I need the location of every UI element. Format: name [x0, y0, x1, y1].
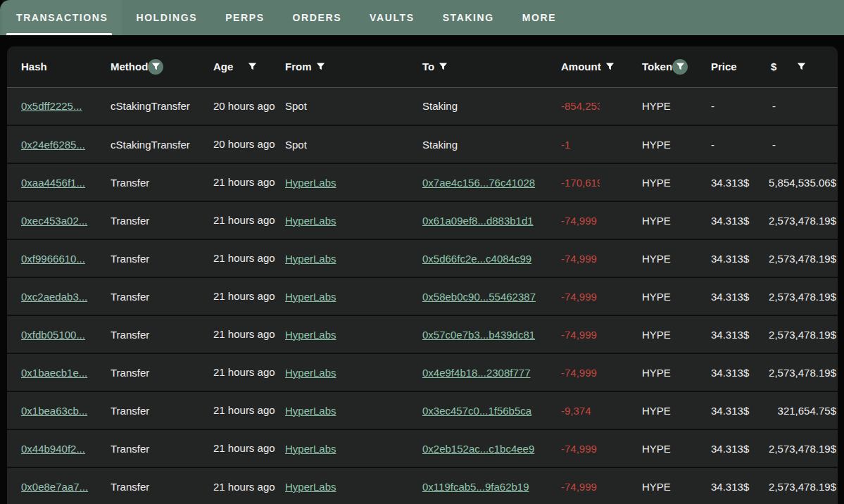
amount-cell: -1 — [561, 139, 570, 151]
cell-method: Transfer — [111, 429, 213, 467]
from-link[interactable]: HyperLabs — [285, 329, 336, 341]
to-link[interactable]: 0x61a09ef8...d883b1d1 — [422, 215, 534, 227]
tab-transactions[interactable]: TRANSACTIONS — [2, 0, 122, 35]
hash-link[interactable]: 0x0e8e7aa7... — [21, 481, 88, 493]
to-link[interactable]: 0x5d66fc2e...c4084c99 — [422, 253, 531, 265]
cell-method: Transfer — [111, 239, 213, 277]
cell-token: HYPE — [600, 239, 704, 277]
amount-filter-icon[interactable] — [605, 61, 615, 72]
transactions-table: HashMethodAgeFromToAmountTokenPrice$ 0x5… — [7, 46, 838, 504]
method-cell: cStakingTransfer — [111, 100, 190, 112]
amount-cell: -74,999 — [561, 329, 597, 341]
table-row: 0xc2aedab3...Transfer21 hours agoHyperLa… — [7, 277, 838, 315]
usd-filter-icon[interactable] — [796, 61, 807, 72]
column-label-method: Method — [111, 61, 148, 73]
cell-from: HyperLabs — [285, 239, 422, 277]
cell-amount: -74,999 — [554, 315, 600, 353]
cell-age: 21 hours ago — [213, 277, 285, 315]
usd-cell: 2,573,478.19$ — [769, 253, 836, 265]
tab-more[interactable]: MORE — [508, 0, 570, 35]
table-row: 0x0e8e7aa7...Transfer21 hours agoHyperLa… — [7, 467, 838, 504]
hash-link[interactable]: 0x5dff2225... — [21, 100, 82, 112]
cell-from: HyperLabs — [285, 201, 422, 239]
from-filter-icon[interactable] — [315, 61, 326, 72]
column-label-age: Age — [213, 61, 233, 73]
hash-link[interactable]: 0x1bea63cb... — [21, 405, 87, 417]
cell-method: Transfer — [111, 201, 213, 239]
cell-age: 21 hours ago — [213, 315, 285, 353]
method-filter-icon[interactable] — [148, 59, 163, 75]
cell-amount: -74,999 — [554, 201, 600, 239]
cell-to: 0x57c0e7b3...b439dc81 — [422, 315, 554, 353]
from-link[interactable]: HyperLabs — [285, 443, 336, 455]
hash-link[interactable]: 0x1baecb1e... — [21, 367, 87, 379]
from-link[interactable]: HyperLabs — [285, 367, 336, 379]
cell-amount: -74,999 — [554, 277, 600, 315]
cell-age: 21 hours ago — [213, 429, 285, 467]
cell-to: Staking — [422, 87, 554, 125]
from-link[interactable]: HyperLabs — [285, 177, 336, 189]
to-link[interactable]: 0x58eb0c90...55462387 — [422, 291, 536, 303]
tab-orders[interactable]: ORDERS — [279, 0, 356, 35]
token-cell: HYPE — [642, 177, 671, 189]
to-link[interactable]: 0x4e9f4b18...2308f777 — [422, 367, 530, 379]
hash-link[interactable]: 0xfdb05100... — [21, 329, 85, 341]
hash-link[interactable]: 0x44b940f2... — [21, 443, 85, 455]
to-link[interactable]: 0x2eb152ac...c1bc4ee9 — [422, 443, 534, 455]
method-cell: Transfer — [111, 481, 149, 493]
hash-link[interactable]: 0x24ef6285... — [21, 139, 85, 151]
cell-hash: 0x1bea63cb... — [7, 391, 111, 429]
from-link[interactable]: HyperLabs — [285, 291, 336, 303]
price-cell: 34.313$ — [711, 443, 749, 455]
transactions-panel: HashMethodAgeFromToAmountTokenPrice$ 0x5… — [7, 46, 838, 504]
hash-link[interactable]: 0xc2aedab3... — [21, 291, 87, 303]
hash-link[interactable]: 0xec453a02... — [21, 215, 87, 227]
column-header-method: Method — [111, 46, 213, 87]
cell-token: HYPE — [600, 429, 704, 467]
cell-price: 34.313$ — [704, 201, 750, 239]
cell-hash: 0xec453a02... — [7, 201, 111, 239]
usd-cell: 2,573,478.19$ — [769, 443, 836, 455]
to-link[interactable]: 0x7ae4c156...76c41028 — [422, 177, 535, 189]
price-cell: 34.313$ — [711, 215, 749, 227]
tab-perps[interactable]: PERPS — [211, 0, 278, 35]
amount-cell: -74,999 — [561, 443, 597, 455]
to-link[interactable]: 0x3ec457c0...1f56b5ca — [422, 405, 531, 417]
column-label-amount: Amount — [561, 61, 601, 73]
to-cell: Staking — [422, 139, 458, 151]
column-header-to: To — [422, 46, 554, 87]
method-cell: Transfer — [111, 443, 149, 455]
from-link[interactable]: HyperLabs — [285, 253, 336, 265]
cell-method: Transfer — [111, 315, 213, 353]
usd-cell: 2,573,478.19$ — [769, 367, 836, 379]
amount-cell: -74,999 — [561, 253, 597, 265]
age-filter-icon[interactable] — [247, 61, 258, 72]
to-link[interactable]: 0x57c0e7b3...b439dc81 — [422, 329, 535, 341]
hash-link[interactable]: 0xaa4456f1... — [21, 177, 85, 189]
from-link[interactable]: HyperLabs — [285, 215, 336, 227]
token-filter-icon[interactable] — [672, 59, 688, 75]
hash-link[interactable]: 0xf9966610... — [21, 253, 85, 265]
age-cell: 21 hours ago — [213, 442, 275, 454]
top-nav: TRANSACTIONSHOLDINGSPERPSORDERSVAULTSSTA… — [0, 0, 844, 35]
to-link[interactable]: 0x119fcab5...9fa62b19 — [422, 481, 529, 493]
to-cell: Staking — [422, 100, 458, 112]
tab-holdings[interactable]: HOLDINGS — [122, 0, 211, 35]
cell-amount: -74,999 — [554, 467, 600, 504]
cell-to: 0x4e9f4b18...2308f777 — [422, 353, 554, 391]
tab-vaults[interactable]: VAULTS — [355, 0, 429, 35]
amount-cell: -74,999 — [561, 291, 597, 303]
from-link[interactable]: HyperLabs — [285, 481, 336, 493]
column-label-token: Token — [642, 61, 672, 73]
cell-method: Transfer — [111, 353, 213, 391]
cell-usd: 5,854,535.06$ — [750, 163, 838, 201]
method-cell: Transfer — [111, 329, 149, 341]
tab-staking[interactable]: STAKING — [429, 0, 508, 35]
from-link[interactable]: HyperLabs — [285, 405, 336, 417]
column-header-token: Token — [600, 46, 704, 87]
cell-to: Staking — [422, 125, 554, 163]
table-row: 0x1baecb1e...Transfer21 hours agoHyperLa… — [7, 353, 838, 391]
cell-age: 21 hours ago — [213, 201, 285, 239]
to-filter-icon[interactable] — [438, 61, 448, 72]
column-label-usd: $ — [771, 61, 776, 73]
